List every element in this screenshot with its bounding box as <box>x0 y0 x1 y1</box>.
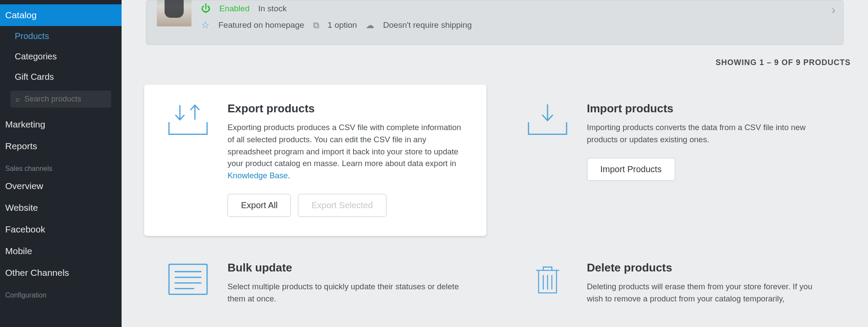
bulk-update-panel: Bulk update Select multiple products to … <box>144 251 486 305</box>
import-title: Import products <box>587 102 825 115</box>
sidebar-item-giftcards[interactable]: Gift Cards <box>0 67 122 87</box>
showing-count: SHOWING 1 – 9 OF 9 PRODUCTS <box>122 58 851 67</box>
sidebar: Catalog Products Categories Gift Cards ⌕… <box>0 0 122 327</box>
search-input[interactable] <box>24 95 106 104</box>
sidebar-item-other-channels[interactable]: Other Channels <box>0 262 122 284</box>
bulk-title: Bulk update <box>228 261 465 275</box>
main-content: ⏻ Enabled In stock ☆ Featured on homepag… <box>122 0 868 327</box>
search-icon: ⌕ <box>16 95 20 103</box>
product-featured: Featured on homepage <box>218 20 304 30</box>
list-icon <box>165 261 211 298</box>
knowledge-base-link[interactable]: Knowledge Base <box>228 171 288 180</box>
delete-title: Delete products <box>587 261 825 275</box>
sidebar-item-products[interactable]: Products <box>0 26 122 46</box>
sidebar-item-overview[interactable]: Overview <box>0 175 122 197</box>
star-icon: ☆ <box>201 20 210 31</box>
export-all-button[interactable]: Export All <box>228 194 291 217</box>
cloud-icon: ☁ <box>366 20 374 30</box>
trash-icon <box>525 261 571 298</box>
import-icon <box>525 102 571 138</box>
search-box[interactable]: ⌕ <box>10 91 111 108</box>
product-status-enabled: Enabled <box>219 4 250 13</box>
import-panel: Import products Importing products conve… <box>504 85 846 236</box>
sidebar-item-categories[interactable]: Categories <box>0 46 122 67</box>
power-icon: ⏻ <box>201 3 211 14</box>
product-noship: Doesn't require shipping <box>383 20 472 30</box>
product-stock: In stock <box>258 4 287 13</box>
sidebar-item-catalog[interactable]: Catalog <box>0 4 122 26</box>
bulk-desc: Select multiple products to quickly upda… <box>228 281 465 305</box>
export-selected-button: Export Selected <box>298 194 386 217</box>
sidebar-section-channels: Sales channels <box>0 157 122 175</box>
product-option: 1 option <box>328 20 357 30</box>
export-icon <box>165 102 211 138</box>
import-desc: Importing products converts the data fro… <box>587 121 825 146</box>
product-thumb-image <box>157 0 191 26</box>
product-card[interactable]: ⏻ Enabled In stock ☆ Featured on homepag… <box>146 0 844 45</box>
svg-rect-0 <box>169 264 207 294</box>
delete-desc: Deleting products will erase them from y… <box>587 281 825 305</box>
chevron-right-icon[interactable]: › <box>832 3 835 17</box>
export-title: Export products <box>228 102 465 115</box>
delete-panel: Delete products Deleting products will e… <box>504 251 846 305</box>
sidebar-item-mobile[interactable]: Mobile <box>0 240 122 262</box>
copy-icon: ⧉ <box>313 20 319 30</box>
import-products-button[interactable]: Import Products <box>587 158 675 181</box>
sidebar-section-config: Configuration <box>0 284 122 302</box>
sidebar-item-marketing[interactable]: Marketing <box>0 114 122 135</box>
sidebar-item-facebook[interactable]: Facebook <box>0 219 122 240</box>
sidebar-item-reports[interactable]: Reports <box>0 135 122 157</box>
export-desc: Exporting products produces a CSV file w… <box>228 121 465 182</box>
export-panel: Export products Exporting products produ… <box>144 85 486 236</box>
sidebar-item-website[interactable]: Website <box>0 197 122 219</box>
